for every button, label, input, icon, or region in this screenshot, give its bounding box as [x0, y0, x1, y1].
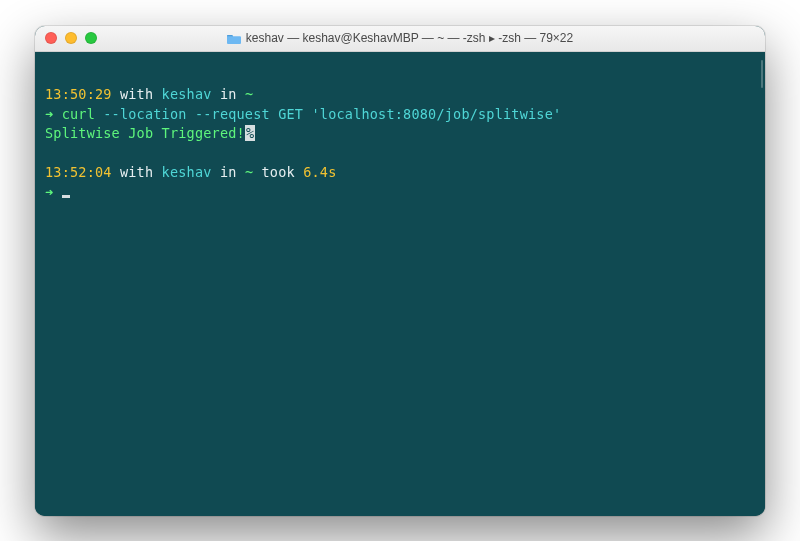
took-value: 6.4s	[303, 164, 336, 180]
prompt-arrow-icon: ➜	[45, 184, 62, 200]
took-label: took	[253, 164, 303, 180]
prompt-path: ~	[245, 164, 253, 180]
output-line: Splitwise Job Triggered!%	[45, 124, 755, 144]
cursor	[62, 195, 70, 198]
prompt-in: in	[212, 86, 245, 102]
title-wrap: keshav — keshav@KeshavMBP — ~ — -zsh ▸ -…	[35, 31, 765, 45]
folder-icon	[227, 33, 241, 44]
terminal-body[interactable]: 13:50:29 with keshav in ~ ➜ curl --locat…	[35, 52, 765, 516]
terminal-window: keshav — keshav@KeshavMBP — ~ — -zsh ▸ -…	[35, 26, 765, 516]
prompt-user: keshav	[162, 164, 212, 180]
prompt-in: in	[212, 164, 245, 180]
output-text: Splitwise Job Triggered!	[45, 125, 245, 141]
maximize-button[interactable]	[85, 32, 97, 44]
traffic-lights	[45, 32, 97, 44]
prompt-with: with	[112, 164, 162, 180]
minimize-button[interactable]	[65, 32, 77, 44]
command-args: --location --request GET 'localhost:8080…	[103, 106, 561, 122]
window-title: keshav — keshav@KeshavMBP — ~ — -zsh ▸ -…	[246, 31, 573, 45]
prompt-time: 13:50:29	[45, 86, 112, 102]
prompt-arrow-icon: ➜	[45, 106, 62, 122]
command-line: ➜	[45, 183, 755, 203]
prompt-time: 13:52:04	[45, 164, 112, 180]
percent-indicator: %	[245, 125, 255, 141]
close-button[interactable]	[45, 32, 57, 44]
titlebar: keshav — keshav@KeshavMBP — ~ — -zsh ▸ -…	[35, 26, 765, 52]
prompt-line: 13:52:04 with keshav in ~ took 6.4s	[45, 163, 755, 183]
scroll-indicator[interactable]	[761, 60, 763, 88]
prompt-path: ~	[245, 86, 253, 102]
prompt-with: with	[112, 86, 162, 102]
command-line: ➜ curl --location --request GET 'localho…	[45, 105, 755, 125]
command-name: curl	[62, 106, 104, 122]
prompt-user: keshav	[162, 86, 212, 102]
prompt-line: 13:50:29 with keshav in ~	[45, 85, 755, 105]
